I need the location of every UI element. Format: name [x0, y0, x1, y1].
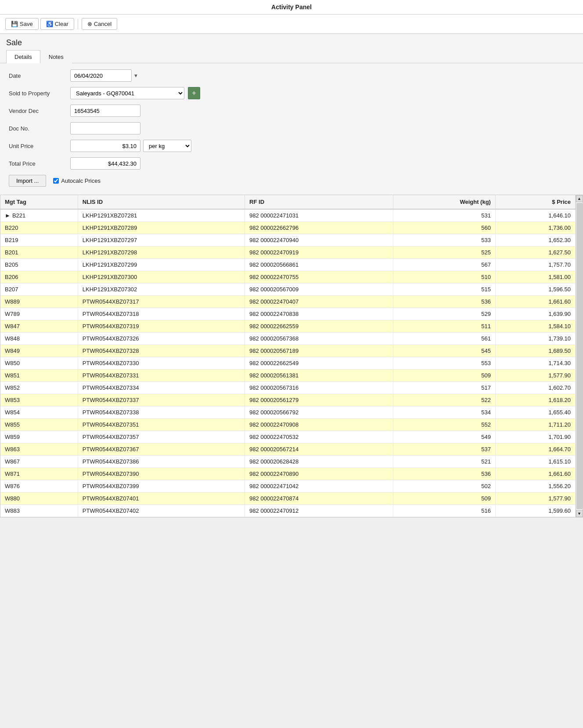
cell-rf-id: 982 000022471042 [245, 480, 393, 493]
cell-nlis-id: PTWR0544XBZ07328 [78, 345, 245, 357]
table-row[interactable]: W853 PTWR0544XBZ07337 982 000020561279 5… [0, 394, 576, 406]
cell-nlis-id: PTWR0544XBZ07401 [78, 493, 245, 505]
section-title: Sale [0, 34, 583, 50]
unit-price-label: Unit Price [9, 143, 70, 149]
cell-rf-id: 982 000020567368 [245, 333, 393, 345]
table-row[interactable]: B220 LKHP1291XBZ07289 982 000022662796 5… [0, 222, 576, 234]
cell-mgt-tag: W789 [0, 308, 78, 320]
table-row[interactable]: W889 PTWR0544XBZ07317 982 000022470407 5… [0, 296, 576, 308]
table-row[interactable]: W852 PTWR0544XBZ07334 982 000020567316 5… [0, 382, 576, 394]
cell-price: 1,689.50 [495, 345, 575, 357]
cell-price: 1,584.10 [495, 320, 575, 333]
autocalc-checkbox[interactable] [53, 178, 59, 184]
cell-mgt-tag: W848 [0, 333, 78, 345]
table-row[interactable]: W854 PTWR0544XBZ07338 982 000020566792 5… [0, 406, 576, 419]
col-header-mgt-tag: Mgt Tag [0, 195, 78, 209]
import-button[interactable]: Import ... [9, 175, 46, 187]
date-input[interactable] [70, 69, 132, 82]
table-row[interactable]: W851 PTWR0544XBZ07331 982 000020561381 5… [0, 369, 576, 382]
add-property-button[interactable]: + [188, 87, 200, 99]
clear-button[interactable]: ♿ Clear [40, 18, 74, 30]
cell-rf-id: 982 000022662549 [245, 357, 393, 369]
cell-weight: 560 [393, 222, 496, 234]
scroll-down-button[interactable]: ▼ [576, 510, 583, 517]
cell-price: 1,714.30 [495, 357, 575, 369]
cell-price: 1,757.70 [495, 259, 575, 271]
table-scroll-area[interactable]: Mgt Tag NLIS ID RF ID Weight (kg) $ Pric… [0, 195, 576, 517]
cell-rf-id: 982 000020567189 [245, 345, 393, 357]
table-row[interactable]: W789 PTWR0544XBZ07318 982 000022470838 5… [0, 308, 576, 320]
table-row[interactable]: B205 LKHP1291XBZ07299 982 000020566861 5… [0, 259, 576, 271]
tab-details[interactable]: Details [6, 50, 40, 63]
cell-rf-id: 982 000020566792 [245, 406, 393, 419]
table-row[interactable]: ►B221 LKHP1291XBZ07281 982 000022471031 … [0, 209, 576, 222]
table-row[interactable]: W863 PTWR0544XBZ07367 982 000020567214 5… [0, 443, 576, 456]
table-row[interactable]: W876 PTWR0544XBZ07399 982 000022471042 5… [0, 480, 576, 493]
cell-nlis-id: PTWR0544XBZ07337 [78, 394, 245, 406]
toolbar-separator [78, 19, 78, 29]
cell-mgt-tag: W867 [0, 456, 78, 468]
form-area: Date ▼ Sold to Property Saleyards - GQ87… [0, 63, 583, 195]
table-row[interactable]: W880 PTWR0544XBZ07401 982 000022470874 5… [0, 493, 576, 505]
table-row[interactable]: W850 PTWR0544XBZ07330 982 000022662549 5… [0, 357, 576, 369]
save-button[interactable]: 💾 Save [5, 18, 39, 30]
cell-nlis-id: LKHP1291XBZ07297 [78, 234, 245, 246]
table-row[interactable]: W848 PTWR0544XBZ07326 982 000020567368 5… [0, 333, 576, 345]
cell-rf-id: 982 000020566861 [245, 259, 393, 271]
cell-nlis-id: LKHP1291XBZ07289 [78, 222, 245, 234]
vendor-dec-input[interactable] [70, 105, 140, 117]
table-row[interactable]: W847 PTWR0544XBZ07319 982 000022662559 5… [0, 320, 576, 333]
cell-rf-id: 982 000020561279 [245, 394, 393, 406]
total-price-label: Total Price [9, 160, 70, 167]
cell-rf-id: 982 000022662796 [245, 222, 393, 234]
data-table-wrapper: Mgt Tag NLIS ID RF ID Weight (kg) $ Pric… [0, 195, 583, 518]
toolbar: 💾 Save ♿ Clear ⊗ Cancel [0, 14, 583, 34]
scrollbar[interactable]: ▲ ▼ [576, 195, 583, 517]
cell-rf-id: 982 000020628428 [245, 456, 393, 468]
table-row[interactable]: W867 PTWR0544XBZ07386 982 000020628428 5… [0, 456, 576, 468]
table-row[interactable]: W849 PTWR0544XBZ07328 982 000020567189 5… [0, 345, 576, 357]
table-row[interactable]: B201 LKHP1291XBZ07298 982 000022470919 5… [0, 246, 576, 259]
tabs-container: Details Notes [0, 50, 583, 63]
date-dropdown-icon[interactable]: ▼ [133, 73, 138, 78]
cell-mgt-tag: W876 [0, 480, 78, 493]
table-row[interactable]: B219 LKHP1291XBZ07297 982 000022470940 5… [0, 234, 576, 246]
cell-price: 1,618.20 [495, 394, 575, 406]
cell-nlis-id: LKHP1291XBZ07300 [78, 271, 245, 283]
cell-nlis-id: PTWR0544XBZ07402 [78, 505, 245, 517]
doc-no-input[interactable] [70, 122, 140, 134]
cell-weight: 534 [393, 406, 496, 419]
cell-price: 1,655.40 [495, 406, 575, 419]
scroll-thumb[interactable] [576, 203, 583, 509]
cell-nlis-id: PTWR0544XBZ07367 [78, 443, 245, 456]
cell-weight: 545 [393, 345, 496, 357]
cell-weight: 516 [393, 505, 496, 517]
table-row[interactable]: B207 LKHP1291XBZ07302 982 000020567009 5… [0, 283, 576, 296]
cell-price: 1,615.10 [495, 456, 575, 468]
cancel-button[interactable]: ⊗ Cancel [82, 18, 117, 30]
cell-weight: 502 [393, 480, 496, 493]
col-header-rf-id: RF ID [245, 195, 393, 209]
cell-price: 1,711.20 [495, 419, 575, 431]
cell-weight: 552 [393, 419, 496, 431]
sold-to-select[interactable]: Saleyards - GQ870041 [70, 87, 184, 99]
unit-price-input[interactable] [70, 140, 140, 152]
total-price-input[interactable] [70, 157, 140, 170]
cell-price: 1,701.90 [495, 431, 575, 443]
cell-rf-id: 982 000022470908 [245, 419, 393, 431]
cell-price: 1,639.90 [495, 308, 575, 320]
cell-weight: 525 [393, 246, 496, 259]
tab-notes[interactable]: Notes [40, 50, 72, 63]
scroll-up-button[interactable]: ▲ [576, 195, 583, 202]
cell-nlis-id: LKHP1291XBZ07299 [78, 259, 245, 271]
table-row[interactable]: B206 LKHP1291XBZ07300 982 000022470755 5… [0, 271, 576, 283]
table-row[interactable]: W855 PTWR0544XBZ07351 982 000022470908 5… [0, 419, 576, 431]
cell-price: 1,581.00 [495, 271, 575, 283]
cell-nlis-id: PTWR0544XBZ07399 [78, 480, 245, 493]
table-row[interactable]: W883 PTWR0544XBZ07402 982 000022470912 5… [0, 505, 576, 517]
unit-select[interactable]: per kg per head flat [143, 140, 191, 152]
table-row[interactable]: W859 PTWR0544XBZ07357 982 000022470532 5… [0, 431, 576, 443]
table-row[interactable]: W871 PTWR0544XBZ07390 982 000022470890 5… [0, 468, 576, 480]
autocalc-label[interactable]: Autocalc Prices [53, 177, 101, 184]
cell-nlis-id: PTWR0544XBZ07331 [78, 369, 245, 382]
